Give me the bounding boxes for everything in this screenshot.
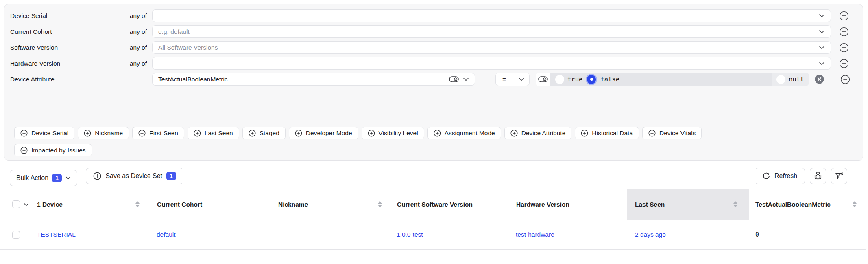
refresh-label: Refresh [774, 172, 797, 180]
chip-label: First Seen [149, 130, 178, 137]
chip-label: Device Vitals [659, 130, 696, 137]
chevron-down-icon [819, 14, 825, 18]
device-attribute-value: TestActualBooleanMetric [158, 76, 228, 83]
column-header-last-seen[interactable]: Last Seen [627, 189, 749, 220]
remove-filter-icon[interactable] [839, 59, 849, 68]
hardware-version-select[interactable] [152, 57, 831, 70]
bulk-action-label: Bulk Action [16, 174, 48, 182]
column-header-device[interactable]: 1 Device [37, 189, 148, 220]
add-filter-chips: Device Serial Nickname First Seen Last S… [14, 127, 854, 156]
radio-false[interactable] [587, 75, 596, 84]
filter-row-current-cohort: Current Cohort any of e.g. default [10, 24, 857, 40]
add-filter-chip[interactable]: Nickname [78, 127, 129, 139]
add-filter-chip[interactable]: Last Seen [188, 127, 239, 139]
current-cohort-select[interactable]: e.g. default [152, 25, 831, 38]
chevron-down-icon [519, 77, 524, 81]
sort-icon[interactable] [135, 201, 140, 207]
filter-label: Hardware Version [10, 60, 104, 67]
hardware-version-link[interactable]: test-hardware [516, 231, 554, 238]
column-header-metric[interactable]: TestActualBooleanMetric [749, 189, 866, 220]
add-filter-chip[interactable]: Impacted by Issues [14, 144, 92, 156]
add-filter-chip[interactable]: Device Attribute [504, 127, 572, 139]
add-filter-chip[interactable]: Device Vitals [642, 127, 702, 139]
radio-null[interactable] [776, 75, 785, 84]
chip-label: Last Seen [205, 130, 233, 137]
radio-true[interactable] [555, 75, 564, 84]
software-version-select[interactable]: All Software Versions [152, 41, 831, 54]
column-label: Hardware Version [516, 201, 569, 208]
remove-filter-icon[interactable] [839, 43, 849, 53]
bulk-action-button[interactable]: Bulk Action 1 [10, 170, 77, 186]
remove-filter-icon[interactable] [839, 27, 849, 37]
remove-filter-icon[interactable] [839, 11, 849, 21]
sort-icon[interactable] [378, 201, 382, 207]
device-attribute-select[interactable]: TestActualBooleanMetric [152, 73, 475, 86]
row-checkbox[interactable] [12, 231, 20, 239]
chip-label: Historical Data [592, 130, 633, 137]
devices-table: 1 Device Current Cohort Nickname Current… [0, 189, 866, 264]
device-search-page: Device Serial any of Current Cohort any … [0, 0, 868, 264]
filter-x-icon [835, 172, 844, 180]
filter-row-hardware-version: Hardware Version any of [10, 55, 857, 71]
comparator-select[interactable]: = [495, 73, 530, 86]
add-filter-chip[interactable]: Device Serial [14, 127, 74, 139]
device-serial-select[interactable] [152, 9, 831, 22]
column-label: Current Software Version [397, 201, 473, 208]
filter-panel: Device Serial any of Current Cohort any … [4, 4, 863, 161]
cohort-cell: default [148, 220, 268, 249]
sort-icon[interactable] [853, 201, 857, 207]
select-all-checkbox[interactable] [12, 200, 20, 208]
filter-operator: any of [104, 28, 147, 35]
nickname-cell [268, 220, 388, 249]
add-filter-chip[interactable]: Historical Data [575, 127, 639, 139]
boolean-value-group: true false null [536, 73, 809, 86]
column-header-software-version[interactable]: Current Software Version [388, 189, 508, 220]
chip-label: Developer Mode [306, 130, 352, 137]
current-cohort-placeholder: e.g. default [158, 28, 190, 35]
device-serial-cell: TESTSERIAL [37, 220, 148, 249]
chip-label: Staged [260, 130, 279, 137]
chevron-down-icon [819, 46, 825, 49]
clear-value-icon[interactable] [815, 75, 824, 84]
column-label: Current Cohort [157, 201, 202, 208]
chip-label: Nickname [95, 130, 123, 137]
cohort-link[interactable]: default [157, 231, 176, 238]
filter-operator: any of [104, 60, 147, 67]
chip-label: Impacted by Issues [31, 147, 86, 154]
save-device-set-button[interactable]: Save as Device Set 1 [86, 168, 183, 184]
chevron-down-icon [463, 77, 469, 81]
remove-filter-icon[interactable] [840, 75, 850, 84]
select-options-chevron-icon[interactable] [24, 203, 29, 206]
column-label: Nickname [278, 201, 308, 208]
header-select-cell [0, 189, 37, 220]
add-filter-chip[interactable]: First Seen [132, 127, 184, 139]
column-header-nickname[interactable]: Nickname [268, 189, 388, 220]
chevron-down-icon [819, 62, 825, 65]
column-header-cohort[interactable]: Current Cohort [148, 189, 268, 220]
software-version-cell: 1.0.0-test [388, 220, 508, 249]
add-filter-chip[interactable]: Developer Mode [289, 127, 358, 139]
save-device-set-label: Save as Device Set [105, 172, 162, 180]
add-filter-chip[interactable]: Visibility Level [362, 127, 424, 139]
software-version-link[interactable]: 1.0.0-test [397, 231, 423, 238]
toggle-switch-icon [536, 73, 550, 86]
filter-label: Current Cohort [10, 28, 104, 35]
column-header-hardware-version[interactable]: Hardware Version [508, 189, 627, 220]
add-filter-chip[interactable]: Assignment Mode [427, 127, 501, 139]
comparator-value: = [502, 76, 506, 83]
software-version-placeholder: All Software Versions [158, 44, 218, 51]
last-seen-cell: 2 days ago [627, 220, 749, 249]
clear-filters-button[interactable] [831, 168, 847, 184]
filter-operator: any of [104, 12, 147, 20]
table-toolbar: Bulk Action 1 Save as Device Set 1 Refre… [10, 168, 858, 184]
sort-icon[interactable] [733, 201, 737, 207]
refresh-button[interactable]: Refresh [755, 168, 805, 184]
device-link[interactable]: TESTSERIAL [37, 231, 76, 238]
metric-value: 0 [755, 231, 759, 238]
add-filter-chip[interactable]: Staged [242, 127, 286, 139]
last-seen-link[interactable]: 2 days ago [635, 231, 666, 238]
save-device-set-count-badge: 1 [166, 172, 176, 180]
debug-button[interactable] [810, 168, 826, 184]
boolean-null-option: null [772, 73, 809, 86]
column-label: Last Seen [635, 201, 665, 208]
